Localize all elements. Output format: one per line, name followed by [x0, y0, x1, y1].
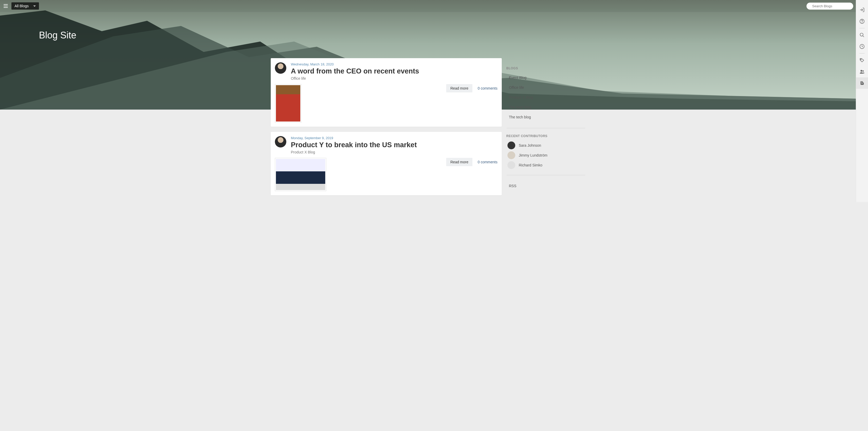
right-toolbar — [856, 0, 868, 202]
people-icon[interactable] — [856, 66, 868, 78]
search-icon[interactable] — [856, 29, 868, 41]
search-box[interactable] — [806, 3, 853, 10]
avatar — [507, 161, 515, 169]
contributor-name: Jimmy Lundström — [519, 153, 548, 157]
blog-list: Event Blog Office life Product X Blog Th… — [506, 73, 585, 122]
avatar — [507, 142, 515, 149]
blog-list-item[interactable]: The beer blog — [506, 102, 585, 112]
comments-link[interactable]: 0 comments — [477, 84, 497, 92]
post-thumbnail[interactable] — [275, 84, 301, 123]
post-category[interactable]: Product X Blog — [291, 150, 498, 154]
rss-link[interactable]: RSS — [506, 181, 585, 191]
author-avatar[interactable] — [275, 136, 286, 148]
contributor-item[interactable]: Sara Johnson — [506, 141, 585, 150]
contributor-item[interactable]: Jimmy Lundström — [506, 150, 585, 160]
menu-icon[interactable] — [3, 3, 9, 9]
post-category[interactable]: Office life — [291, 76, 498, 81]
contributor-name: Sara Johnson — [519, 143, 541, 148]
blog-list-item[interactable]: The tech blog — [506, 112, 585, 122]
comments-link[interactable]: 0 comments — [477, 158, 497, 166]
avatar — [507, 151, 515, 159]
post-card: Wednesday, March 18, 2020 A word from th… — [271, 58, 502, 127]
tag-icon[interactable] — [856, 55, 868, 66]
svg-point-4 — [862, 22, 862, 23]
blog-icon[interactable] — [856, 78, 868, 89]
help-icon[interactable] — [856, 16, 868, 27]
topbar: All Blogs — [0, 0, 856, 12]
search-input[interactable] — [812, 4, 856, 8]
post-list: Wednesday, March 18, 2020 A word from th… — [271, 58, 502, 195]
sidebar: BLOGS Event Blog Office life Product X B… — [506, 58, 585, 196]
svg-point-5 — [860, 33, 863, 36]
login-icon[interactable] — [856, 4, 868, 16]
dropdown-label: All Blogs — [14, 4, 29, 8]
author-avatar[interactable] — [275, 62, 286, 74]
contributor-list: Sara Johnson Jimmy Lundström Richard Sim… — [506, 141, 585, 170]
contributor-name: Richard Simko — [519, 163, 542, 167]
blogs-heading: BLOGS — [506, 66, 585, 70]
svg-point-10 — [863, 70, 864, 72]
blog-filter-dropdown[interactable]: All Blogs — [11, 2, 39, 10]
contributors-heading: RECENT CONTRIBUTORS — [506, 134, 585, 138]
svg-point-8 — [861, 59, 862, 60]
post-date[interactable]: Wednesday, March 18, 2020 — [291, 62, 498, 66]
post-thumbnail[interactable] — [275, 158, 326, 191]
svg-point-9 — [861, 70, 862, 72]
post-title[interactable]: Product Y to break into the US market — [291, 141, 498, 149]
post-title[interactable]: A word from the CEO on recent events — [291, 67, 498, 75]
blog-list-item[interactable]: Product X Blog — [506, 92, 585, 102]
blog-list-item[interactable]: Event Blog — [506, 73, 585, 83]
page-title: Blog Site — [39, 30, 76, 41]
divider — [506, 128, 585, 128]
contributor-item[interactable]: Richard Simko — [506, 160, 585, 170]
divider — [506, 175, 585, 176]
read-more-button[interactable]: Read more — [446, 84, 472, 92]
post-date[interactable]: Monday, September 9, 2019 — [291, 136, 498, 140]
svg-line-6 — [863, 36, 864, 37]
post-card: Monday, September 9, 2019 Product Y to b… — [271, 132, 502, 195]
chevron-down-icon — [33, 5, 36, 7]
recent-icon[interactable] — [856, 41, 868, 52]
read-more-button[interactable]: Read more — [446, 158, 472, 166]
blog-list-item[interactable]: Office life — [506, 83, 585, 92]
